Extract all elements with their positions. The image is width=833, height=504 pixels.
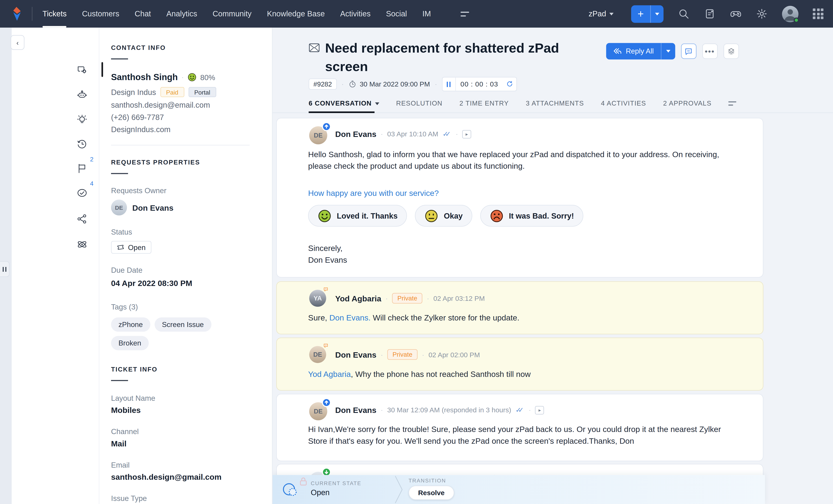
field-value: Mobiles — [111, 405, 252, 414]
tab-conversation[interactable]: 6 CONVERSATION — [309, 100, 379, 107]
nav-item-knowledge-base[interactable]: Knowledge Base — [267, 0, 325, 28]
contact-website[interactable]: DesignIndus.com — [111, 125, 252, 134]
survey-question-link[interactable]: How happy are you with our service? — [308, 188, 439, 197]
tag-pill[interactable]: Broken — [111, 336, 149, 350]
neutral-smiley-icon — [425, 209, 438, 223]
expand-thread-icon[interactable]: ▸ — [462, 130, 471, 138]
due-date-value: 04 Apr 2022 08:30 PM — [111, 279, 252, 288]
ticket-id-chip[interactable]: #9282 — [309, 79, 337, 90]
section-rule — [111, 173, 128, 174]
reply-all-dropdown[interactable] — [661, 43, 675, 59]
share-icon[interactable] — [71, 210, 92, 228]
paid-badge: Paid — [160, 87, 184, 97]
nav-item-tickets[interactable]: Tickets — [42, 0, 67, 28]
gamescope-icon[interactable] — [730, 8, 742, 20]
sidebar-icon-rail: 2 4 — [65, 28, 99, 504]
ticket-icon — [117, 244, 124, 251]
department-label: zPad — [589, 10, 606, 18]
thread-author[interactable]: Don Evans — [335, 350, 377, 359]
tab-approvals[interactable]: 2 APPROVALS — [663, 100, 712, 107]
thread-body: Sure, Don Evans. Will check the Zylker s… — [308, 312, 741, 324]
user-avatar[interactable] — [782, 6, 798, 22]
read-receipt-icon: ✓✓ — [443, 130, 451, 138]
thread-author[interactable]: Don Evans — [335, 129, 377, 138]
survey-option-good[interactable]: Loved it. Thanks — [308, 205, 407, 227]
integrations-atom-icon[interactable] — [71, 235, 92, 253]
timer-pause-button[interactable] — [443, 77, 456, 91]
private-note-card: DE Don Evans · Private · 02 Apr 02:00 PM… — [276, 337, 763, 391]
brand-logo-icon[interactable] — [9, 6, 25, 22]
lock-icon — [299, 477, 308, 486]
separator-dot: · — [456, 130, 458, 138]
thread-avatar: DE — [309, 402, 327, 421]
field-value: santhosh.design@gmail.com — [111, 473, 252, 481]
contact-name[interactable]: Santhosh Singh — [111, 72, 178, 82]
owner-name[interactable]: Don Evans — [132, 203, 173, 212]
nav-item-chat[interactable]: Chat — [135, 0, 151, 28]
signature-line: Don Evans — [308, 255, 347, 264]
private-comment-icon — [321, 341, 331, 350]
body-text: , Why the phone has not reached Santhosh… — [351, 369, 531, 378]
nav-overflow-icon[interactable] — [461, 11, 469, 16]
history-icon[interactable] — [71, 135, 92, 153]
comment-button[interactable] — [681, 44, 696, 59]
nav-item-im[interactable]: IM — [422, 0, 431, 28]
add-dropdown[interactable] — [650, 5, 664, 23]
ticket-properties-icon[interactable] — [71, 60, 92, 79]
department-selector[interactable]: zPad — [589, 10, 614, 18]
reply-all-button[interactable]: Reply All — [606, 43, 675, 59]
contact-phone[interactable]: (+26) 669-7787 — [111, 113, 252, 122]
collapse-threads-button[interactable] — [723, 44, 739, 59]
tab-attachments[interactable]: 3 ATTACHMENTS — [526, 100, 584, 107]
ticket-title: Need replacement for shattered zPad scre… — [325, 39, 598, 76]
thread-body: Hello Santhosh, glad to inform you that … — [308, 149, 741, 172]
mention-link[interactable]: Don Evans. — [330, 313, 371, 322]
happiness-score: 80% — [200, 73, 215, 81]
contact-company[interactable]: Design Indus — [111, 88, 156, 96]
status-label: Status — [111, 228, 252, 236]
flag-count-badge: 2 — [90, 156, 94, 162]
timer-refresh-button[interactable] — [503, 77, 516, 91]
created-datetime: 30 Mar 2022 09:00 PM — [360, 80, 430, 88]
tag-pill[interactable]: Screen Issue — [154, 318, 211, 332]
nav-item-activities[interactable]: Activities — [340, 0, 371, 28]
nav-item-community[interactable]: Community — [213, 0, 252, 28]
reply-all-icon — [613, 48, 621, 55]
apps-grid-icon[interactable] — [813, 8, 823, 19]
thread-author[interactable]: Yod Agbaria — [335, 294, 381, 303]
add-button[interactable]: + — [631, 5, 664, 23]
thread-author[interactable]: Don Evans — [335, 405, 377, 414]
follow-flag-icon[interactable]: 2 — [71, 159, 92, 177]
approvals-check-icon[interactable]: 4 — [71, 183, 92, 202]
survey-option-label: Loved it. Thanks — [337, 211, 398, 220]
survey-option-bad[interactable]: It was Bad. Sorry! — [480, 205, 584, 227]
zia-bot-icon[interactable] — [71, 86, 92, 104]
insights-bulb-icon[interactable] — [71, 110, 92, 128]
settings-gear-icon[interactable] — [756, 8, 768, 20]
feeds-icon[interactable] — [704, 8, 716, 20]
tab-resolution[interactable]: RESOLUTION — [396, 100, 443, 107]
expand-thread-icon[interactable]: ▸ — [535, 406, 544, 414]
collapse-panel-button[interactable]: ‹ — [10, 35, 24, 50]
created-time-icon — [349, 80, 356, 88]
contact-email[interactable]: santhosh.design@email.com — [111, 101, 252, 109]
status-chip[interactable]: Open — [111, 241, 151, 254]
tag-pill[interactable]: zPhone — [111, 318, 150, 332]
tab-activities[interactable]: 4 ACTIVITIES — [601, 100, 646, 107]
separator-dot: · — [427, 294, 429, 302]
search-icon[interactable] — [678, 8, 690, 20]
panel-drag-handle[interactable] — [0, 261, 10, 277]
tabs-overflow-icon[interactable] — [729, 101, 736, 105]
nav-item-analytics[interactable]: Analytics — [166, 0, 197, 28]
nav-item-social[interactable]: Social — [386, 0, 407, 28]
tab-time-entry[interactable]: 2 TIME ENTRY — [459, 100, 509, 107]
more-actions-button[interactable]: ••• — [702, 44, 717, 59]
resolve-button[interactable]: Resolve — [408, 485, 454, 500]
nav-item-customers[interactable]: Customers — [82, 0, 119, 28]
conversation-card: DE Don Evans · 30 Mar 12:09 AM (responde… — [276, 394, 763, 461]
mention-link[interactable]: Yod Agbaria — [308, 369, 351, 378]
ticket-info-title: TICKET INFO — [111, 366, 252, 373]
survey-option-okay[interactable]: Okay — [415, 205, 472, 227]
separator-dot: · — [435, 80, 437, 88]
tags-label: Tags (3) — [111, 303, 252, 311]
